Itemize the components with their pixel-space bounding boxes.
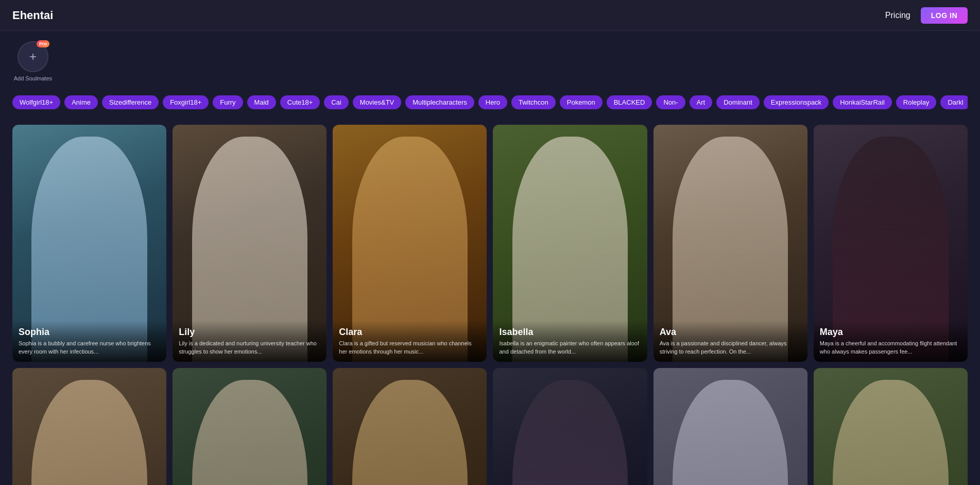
card-description: Isabella is an enigmatic painter who oft… xyxy=(499,340,641,356)
filter-tag-movies-tv[interactable]: Movies&TV xyxy=(353,95,401,109)
card-ava[interactable]: AvaAva is a passionate and disciplined d… xyxy=(654,125,807,362)
main-content: Pro + Add Soulmates Wolfgirl18+AnimeSize… xyxy=(0,31,980,485)
card-r5[interactable] xyxy=(654,368,807,485)
card-overlay: ClaraClara is a gifted but reserved musi… xyxy=(333,321,487,362)
card-r2[interactable] xyxy=(173,368,326,485)
card-lily[interactable]: LilyLily is a dedicated and nurturing un… xyxy=(173,125,326,362)
add-soulmates-button[interactable]: Pro + xyxy=(18,41,48,72)
logo: Ehentai xyxy=(12,9,53,22)
card-image xyxy=(493,368,647,485)
filter-tag-darkl[interactable]: Darkl xyxy=(940,95,968,109)
filter-tag-anime[interactable]: Anime xyxy=(64,95,98,109)
filter-tag-roleplay[interactable]: Roleplay xyxy=(896,95,937,109)
filter-tag-non-[interactable]: Non- xyxy=(656,95,685,109)
card-description: Sophia is a bubbly and carefree nurse wh… xyxy=(19,340,160,356)
card-name: Ava xyxy=(660,327,801,338)
filter-tag-wolfgirl18-[interactable]: Wolfgirl18+ xyxy=(12,95,60,109)
login-button[interactable]: LOG IN xyxy=(921,7,968,24)
card-image xyxy=(654,368,807,485)
card-r6[interactable] xyxy=(814,368,968,485)
card-r4[interactable] xyxy=(493,368,647,485)
card-name: Lily xyxy=(179,327,320,338)
card-description: Clara is a gifted but reserved musician … xyxy=(339,340,480,356)
card-description: Ava is a passionate and disciplined danc… xyxy=(660,340,801,356)
pricing-link[interactable]: Pricing xyxy=(885,11,910,20)
add-soulmates-label: Add Soulmates xyxy=(14,75,53,81)
card-r1[interactable] xyxy=(12,368,166,485)
plus-icon: + xyxy=(29,49,37,64)
card-overlay: IsabellaIsabella is an enigmatic painter… xyxy=(493,321,647,362)
filter-tag-furry[interactable]: Furry xyxy=(213,95,243,109)
card-name: Isabella xyxy=(499,327,641,338)
card-overlay: SophiaSophia is a bubbly and carefree nu… xyxy=(12,321,166,362)
filter-tag-cai[interactable]: Cai xyxy=(324,95,349,109)
card-description: Maya is a cheerful and accommodating fli… xyxy=(820,340,961,356)
filter-tag-art[interactable]: Art xyxy=(690,95,713,109)
filter-tag-maid[interactable]: Maid xyxy=(247,95,276,109)
filter-tag-foxgirl18-[interactable]: Foxgirl18+ xyxy=(163,95,209,109)
filter-tag-cute18-[interactable]: Cute18+ xyxy=(280,95,320,109)
filter-tag-sizedifference[interactable]: Sizedifference xyxy=(102,95,159,109)
card-overlay: AvaAva is a passionate and disciplined d… xyxy=(654,321,807,362)
filter-tag-pokemon[interactable]: Pokemon xyxy=(560,95,603,109)
card-name: Maya xyxy=(820,327,961,338)
filter-tag-twitchcon[interactable]: Twitchcon xyxy=(511,95,556,109)
filter-tag-multiplecharacters[interactable]: Multiplecharacters xyxy=(405,95,474,109)
card-sophia[interactable]: SophiaSophia is a bubbly and carefree nu… xyxy=(12,125,166,362)
filter-tag-blacked[interactable]: BLACKED xyxy=(607,95,652,109)
filter-tag-hero[interactable]: Hero xyxy=(478,95,507,109)
card-r3[interactable] xyxy=(333,368,487,485)
card-image xyxy=(333,368,487,485)
card-image xyxy=(173,368,326,485)
card-description: Lily is a dedicated and nurturing univer… xyxy=(179,340,320,356)
card-clara[interactable]: ClaraClara is a gifted but reserved musi… xyxy=(333,125,487,362)
filter-tag-expressionspack[interactable]: Expressionspack xyxy=(764,95,829,109)
cards-grid-row1: SophiaSophia is a bubbly and carefree nu… xyxy=(12,125,968,362)
filter-tags-container: Wolfgirl18+AnimeSizedifferenceFoxgirl18+… xyxy=(12,94,968,112)
card-image xyxy=(12,368,166,485)
header: Ehentai Pricing LOG IN xyxy=(0,0,980,31)
card-overlay: LilyLily is a dedicated and nurturing un… xyxy=(173,321,326,362)
cards-grid-row2 xyxy=(12,368,968,485)
card-maya[interactable]: MayaMaya is a cheerful and accommodating… xyxy=(814,125,968,362)
card-overlay: MayaMaya is a cheerful and accommodating… xyxy=(814,321,968,362)
header-right: Pricing LOG IN xyxy=(885,7,968,24)
filter-tag-honkaistarrail[interactable]: HonkaiStarRail xyxy=(833,95,892,109)
card-name: Clara xyxy=(339,327,480,338)
card-name: Sophia xyxy=(19,327,160,338)
card-image xyxy=(814,368,968,485)
card-isabella[interactable]: IsabellaIsabella is an enigmatic painter… xyxy=(493,125,647,362)
filter-tag-dominant[interactable]: Dominant xyxy=(716,95,760,109)
pro-badge: Pro xyxy=(37,40,49,47)
add-soulmates-section: Pro + Add Soulmates xyxy=(12,41,54,81)
